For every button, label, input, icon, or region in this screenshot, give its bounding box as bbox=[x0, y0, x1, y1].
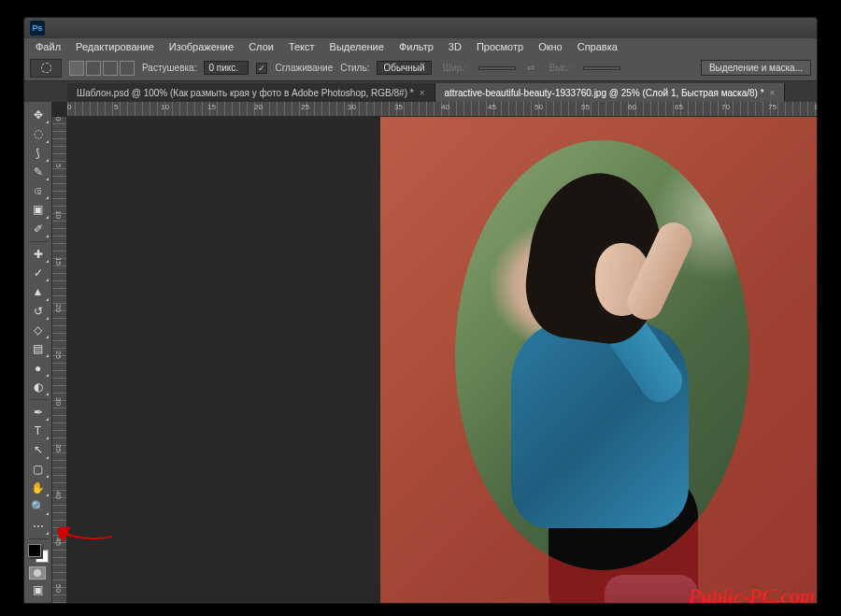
add-selection-icon[interactable] bbox=[86, 61, 101, 76]
work-area: ✥◌⟆✎⟃▣✐✚✓▲↺◇▤●◐✒T↖▢✋🔍⋯▣ 0510152025303540… bbox=[24, 102, 817, 603]
horizontal-ruler: 05101520253035404550556065707580 bbox=[67, 102, 817, 117]
ps-logo-icon: Ps bbox=[30, 21, 45, 36]
marquee-tool[interactable]: ◌ bbox=[27, 124, 50, 143]
type-tool[interactable]: T bbox=[27, 422, 50, 440]
menu-просмотр[interactable]: Просмотр bbox=[469, 39, 531, 54]
intersect-selection-icon[interactable] bbox=[120, 61, 135, 76]
blur-tool[interactable]: ● bbox=[27, 358, 50, 377]
watermark: Public-PC.com bbox=[689, 584, 815, 609]
style-select[interactable]: Обычный bbox=[377, 61, 431, 75]
pen-tool[interactable]: ✒ bbox=[27, 403, 50, 422]
document-image bbox=[380, 117, 817, 603]
brush-tool[interactable]: ✓ bbox=[27, 264, 50, 282]
screen-mode-button[interactable]: ▣ bbox=[27, 580, 50, 599]
document-tab-2[interactable]: attractive-beautiful-beauty-1933760.jpg … bbox=[435, 83, 786, 102]
width-input bbox=[478, 66, 516, 70]
gradient-tool[interactable]: ▤ bbox=[27, 339, 50, 358]
options-bar: Растушевка: ✓ Сглаживание Стиль: Обычный… bbox=[24, 55, 817, 81]
photoshop-window: Ps ФайлРедактированиеИзображениеСлоиТекс… bbox=[23, 17, 818, 604]
width-label: Шир.: bbox=[439, 62, 471, 74]
dodge-tool[interactable]: ◐ bbox=[27, 378, 50, 396]
lasso-tool[interactable]: ⟆ bbox=[27, 144, 50, 163]
quick-select-tool[interactable]: ✎ bbox=[27, 163, 50, 181]
selection-mode-group bbox=[69, 61, 135, 76]
tool-preset-picker[interactable] bbox=[30, 59, 62, 78]
canvas[interactable] bbox=[67, 117, 817, 603]
history-brush-tool[interactable]: ↺ bbox=[27, 302, 50, 321]
mask-ellipse-clear bbox=[455, 140, 749, 570]
antialias-label: Сглаживание bbox=[275, 63, 333, 73]
height-label: Выс.: bbox=[546, 62, 576, 74]
tab-label: attractive-beautiful-beauty-1933760.jpg … bbox=[445, 88, 764, 98]
feather-input[interactable] bbox=[204, 61, 249, 75]
edit-toolbar-tool[interactable]: ⋯ bbox=[27, 516, 50, 535]
close-icon[interactable]: × bbox=[770, 88, 776, 98]
menu-текст[interactable]: Текст bbox=[281, 39, 322, 54]
height-input bbox=[583, 66, 620, 70]
tab-label: Шаблон.psd @ 100% (Как размыть края у фо… bbox=[77, 88, 414, 98]
zoom-tool[interactable]: 🔍 bbox=[27, 497, 50, 516]
healing-brush-tool[interactable]: ✚ bbox=[27, 245, 50, 264]
rectangle-tool[interactable]: ▢ bbox=[27, 460, 50, 479]
hand-tool[interactable]: ✋ bbox=[27, 479, 50, 497]
crop-tool[interactable]: ⟃ bbox=[27, 181, 50, 200]
color-swatches[interactable] bbox=[28, 544, 49, 563]
canvas-area: 05101520253035404550556065707580 0510152… bbox=[52, 102, 817, 603]
subtract-selection-icon[interactable] bbox=[103, 61, 118, 76]
menu-выделение[interactable]: Выделение bbox=[322, 39, 392, 54]
menu-изображение[interactable]: Изображение bbox=[162, 39, 241, 54]
eyedropper-tool[interactable]: ✐ bbox=[27, 220, 50, 238]
select-and-mask-button[interactable]: Выделение и маска... bbox=[701, 60, 811, 76]
style-label: Стиль: bbox=[340, 63, 369, 73]
menu-bar: ФайлРедактированиеИзображениеСлоиТекстВы… bbox=[24, 38, 817, 55]
close-icon[interactable]: × bbox=[420, 88, 425, 98]
feather-label: Растушевка: bbox=[142, 63, 196, 73]
eraser-tool[interactable]: ◇ bbox=[27, 321, 50, 339]
menu-справка[interactable]: Справка bbox=[570, 39, 625, 54]
menu-3d[interactable]: 3D bbox=[441, 39, 469, 54]
menu-слои[interactable]: Слои bbox=[241, 39, 281, 54]
frame-tool[interactable]: ▣ bbox=[27, 200, 50, 219]
document-tab-1[interactable]: Шаблон.psd @ 100% (Как размыть края у фо… bbox=[67, 83, 435, 102]
menu-редактирование[interactable]: Редактирование bbox=[68, 39, 162, 54]
path-select-tool[interactable]: ↖ bbox=[27, 440, 50, 459]
menu-файл[interactable]: Файл bbox=[28, 39, 68, 54]
vertical-ruler: 0510152025303540455055 bbox=[52, 117, 67, 603]
menu-фильтр[interactable]: Фильтр bbox=[392, 39, 441, 54]
swap-dims-icon: ⇄ bbox=[523, 62, 538, 74]
new-selection-icon[interactable] bbox=[69, 61, 84, 76]
document-tabs: Шаблон.psd @ 100% (Как размыть края у фо… bbox=[24, 81, 817, 102]
tools-panel: ✥◌⟆✎⟃▣✐✚✓▲↺◇▤●◐✒T↖▢✋🔍⋯▣ bbox=[24, 102, 52, 603]
quick-mask-mode-button[interactable] bbox=[29, 566, 48, 580]
title-bar: Ps bbox=[24, 18, 817, 38]
move-tool[interactable]: ✥ bbox=[27, 106, 50, 124]
menu-окно[interactable]: Окно bbox=[531, 39, 570, 54]
clone-stamp-tool[interactable]: ▲ bbox=[27, 282, 50, 301]
antialias-checkbox[interactable]: ✓ bbox=[256, 63, 267, 74]
